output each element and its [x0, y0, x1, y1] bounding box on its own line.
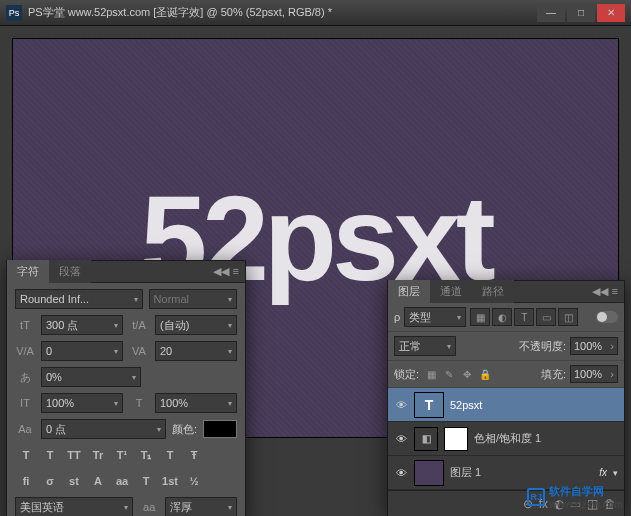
filter-type-icon[interactable]: T	[514, 308, 534, 326]
superscript-button[interactable]: T¹	[111, 445, 133, 465]
layer-fx-badge[interactable]: fx	[599, 467, 607, 478]
watermark-url: www.rjzxw.com	[549, 499, 623, 510]
fill-input[interactable]: 100%	[570, 365, 618, 383]
fill-label: 填充:	[541, 367, 566, 382]
filter-toggle[interactable]	[596, 311, 618, 323]
filter-adjust-icon[interactable]: ◐	[492, 308, 512, 326]
language-select[interactable]: 美国英语	[15, 497, 133, 516]
tsume-input[interactable]: 0%	[41, 367, 141, 387]
tab-paragraph[interactable]: 段落	[49, 260, 91, 283]
font-size-input[interactable]: 300 点	[41, 315, 123, 335]
window-title: PS学堂 www.52psxt.com [圣诞字效] @ 50% (52psxt…	[28, 5, 537, 20]
ordinals-button[interactable]: 1st	[159, 471, 181, 491]
hscale-icon: T	[129, 397, 149, 409]
font-size-icon: tT	[15, 319, 35, 331]
watermark-text: 软件自学网	[549, 484, 623, 499]
visibility-icon[interactable]: 👁	[394, 432, 408, 446]
kerning-input[interactable]: 0	[41, 341, 123, 361]
vscale-icon: IT	[15, 397, 35, 409]
watermark: RJ 软件自学网 www.rjzxw.com	[527, 484, 623, 510]
strike-button[interactable]: Ŧ	[183, 445, 205, 465]
color-label: 颜色:	[172, 422, 197, 437]
layer-item[interactable]: 👁 ◧ 色相/饱和度 1	[388, 422, 624, 456]
visibility-icon[interactable]: 👁	[394, 398, 408, 412]
antialias-select[interactable]: 浑厚	[165, 497, 237, 516]
lock-label: 锁定:	[394, 367, 419, 382]
layers-panel: 图层 通道 路径 ◀◀ ≡ ρ 类型 ▦ ◐ T ▭ ◫ 正常 不透明度: 10…	[387, 280, 625, 516]
vscale-input[interactable]: 100%	[41, 393, 123, 413]
layer-name[interactable]: 图层 1	[450, 465, 593, 480]
smallcaps-button[interactable]: Tr	[87, 445, 109, 465]
baseline-input[interactable]: 0 点	[41, 419, 166, 439]
tsume-icon: あ	[15, 370, 35, 385]
italic-button[interactable]: T	[39, 445, 61, 465]
tracking-input[interactable]: 20	[155, 341, 237, 361]
swash-button[interactable]: A	[87, 471, 109, 491]
tab-layers[interactable]: 图层	[388, 280, 430, 303]
font-family-select[interactable]: Rounded Inf...	[15, 289, 143, 309]
panel-collapse-icon[interactable]: ◀◀	[592, 285, 608, 298]
titling-button[interactable]: T	[135, 471, 157, 491]
kerning-icon: V/A	[15, 345, 35, 357]
filter-kind-icon: ρ	[394, 311, 400, 323]
panel-menu-icon[interactable]: ≡	[612, 285, 618, 298]
tab-paths[interactable]: 路径	[472, 280, 514, 303]
opacity-input[interactable]: 100%	[570, 337, 618, 355]
discretionary-button[interactable]: st	[63, 471, 85, 491]
tab-channels[interactable]: 通道	[430, 280, 472, 303]
baseline-icon: Aa	[15, 423, 35, 435]
visibility-icon[interactable]: 👁	[394, 466, 408, 480]
filter-kind-select[interactable]: 类型	[404, 307, 466, 327]
layer-name[interactable]: 色相/饱和度 1	[474, 431, 618, 446]
antialias-icon: aa	[139, 501, 159, 513]
hscale-input[interactable]: 100%	[155, 393, 237, 413]
filter-shape-icon[interactable]: ▭	[536, 308, 556, 326]
lock-pixels-icon[interactable]: ✎	[441, 369, 457, 380]
filter-smart-icon[interactable]: ◫	[558, 308, 578, 326]
fractions-button[interactable]: ½	[183, 471, 205, 491]
layer-mask-thumb	[444, 427, 468, 451]
character-panel: 字符 段落 ◀◀ ≡ Rounded Inf... Normal tT 300 …	[6, 260, 246, 516]
contextual-button[interactable]: σ	[39, 471, 61, 491]
lock-all-icon[interactable]: 🔒	[477, 369, 493, 380]
bold-button[interactable]: T	[15, 445, 37, 465]
color-swatch[interactable]	[203, 420, 237, 438]
layer-list: 👁 T 52psxt 👁 ◧ 色相/饱和度 1 👁 图层 1 fx ▾	[388, 388, 624, 490]
filter-pixel-icon[interactable]: ▦	[470, 308, 490, 326]
character-panel-tabs: 字符 段落 ◀◀ ≡	[7, 261, 245, 283]
opacity-label: 不透明度:	[519, 339, 566, 354]
tracking-icon: VA	[129, 345, 149, 357]
layers-panel-tabs: 图层 通道 路径 ◀◀ ≡	[388, 281, 624, 303]
titlebar: Ps PS学堂 www.52psxt.com [圣诞字效] @ 50% (52p…	[0, 0, 631, 26]
leading-icon: t/A	[129, 319, 149, 331]
chevron-down-icon[interactable]: ▾	[613, 468, 618, 478]
layer-item[interactable]: 👁 T 52psxt	[388, 388, 624, 422]
layer-thumb-text: T	[414, 392, 444, 418]
lock-transparency-icon[interactable]: ▦	[423, 369, 439, 380]
layer-thumb-adjustment: ◧	[414, 427, 438, 451]
underline-button[interactable]: T	[159, 445, 181, 465]
panel-menu-icon[interactable]: ≡	[233, 265, 239, 278]
allcaps-button[interactable]: TT	[63, 445, 85, 465]
minimize-button[interactable]: —	[537, 4, 565, 22]
type-style-buttons: T T TT Tr T¹ T₁ T Ŧ	[15, 445, 237, 465]
font-style-select[interactable]: Normal	[149, 289, 237, 309]
panel-collapse-icon[interactable]: ◀◀	[213, 265, 229, 278]
window-controls: — □ ✕	[537, 4, 625, 22]
ligatures-button[interactable]: fi	[15, 471, 37, 491]
close-button[interactable]: ✕	[597, 4, 625, 22]
maximize-button[interactable]: □	[567, 4, 595, 22]
app-icon: Ps	[6, 5, 22, 21]
tab-character[interactable]: 字符	[7, 260, 49, 283]
watermark-logo: RJ	[527, 488, 545, 506]
lock-position-icon[interactable]: ✥	[459, 369, 475, 380]
blend-mode-select[interactable]: 正常	[394, 336, 456, 356]
layer-name[interactable]: 52psxt	[450, 399, 618, 411]
stylistic-button[interactable]: aa	[111, 471, 133, 491]
subscript-button[interactable]: T₁	[135, 445, 157, 465]
opentype-buttons: fi σ st A aa T 1st ½	[15, 471, 237, 491]
leading-input[interactable]: (自动)	[155, 315, 237, 335]
layer-thumb-image	[414, 460, 444, 486]
